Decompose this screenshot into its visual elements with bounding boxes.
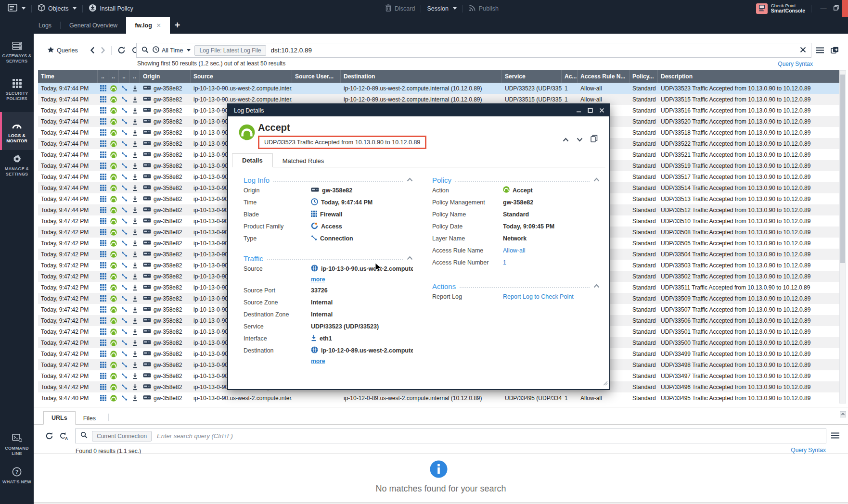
firewall-blade-icon [98,218,108,224]
sidebar-item-gateways-servers[interactable]: GATEWAYS & SERVERS [0,40,34,64]
tab-general-overview[interactable]: General Overview [61,17,126,34]
install-policy-button[interactable]: Install Policy [89,4,133,13]
cell-description: UDP/33517 Traffic Accepted from 10.13.0.… [658,174,839,180]
current-connection-chip[interactable]: Current Connection [92,431,152,441]
col-description[interactable]: Description [658,70,839,83]
query-forward-button[interactable] [98,47,108,54]
report-log-link[interactable]: Report Log to Check Point [503,293,574,300]
dialog-close-button[interactable] [597,106,606,115]
close-button[interactable] [842,0,848,17]
log-file-chip[interactable]: Log File: Latest Log File [194,45,266,56]
collapse-icon[interactable] [593,281,600,290]
pane-scroll-up-icon[interactable] [840,411,846,419]
globe-icon [311,346,318,355]
tab-logs[interactable]: Logs [30,17,60,34]
objects-menu-button[interactable]: Objects [38,4,77,13]
query-input[interactable] [270,46,796,54]
query-syntax-link[interactable]: Query Syntax [778,61,813,67]
urls-search-field[interactable]: Current Connection [75,428,826,443]
auto-refresh-button[interactable]: A [56,432,71,441]
refresh-button[interactable] [115,46,128,54]
resize-grip[interactable] [603,379,608,388]
source-more-link[interactable]: more [311,276,325,283]
app-menu-icon [8,4,17,13]
collapse-icon[interactable] [593,175,600,183]
col-access-rule-name[interactable]: Access Rule N... [578,70,630,83]
clear-query-icon[interactable] [800,47,806,54]
table-row[interactable]: Today, 9:47:40 PM gw-358e82 ip-10-13-0-9… [38,392,839,403]
col-source[interactable]: Source [191,70,292,83]
cell-origin: gw-358e82 [140,107,191,114]
firewall-blade-icon [98,85,108,91]
firewall-blade-icon [98,251,108,257]
access-rule-name-link[interactable]: Allow-all [503,247,526,254]
chevron-down-icon [453,7,457,10]
sidebar-item-command-line[interactable]: COMMAND LINE [0,433,34,456]
sidebar-item-manage-settings[interactable]: MANAGE & SETTINGS [0,153,34,177]
cell-access-rule-number: 1 [562,395,578,402]
interface-direction-icon [129,118,140,125]
col-action[interactable]: .. [108,70,119,83]
access-rule-number-link[interactable]: 1 [503,259,506,266]
new-tab-button[interactable]: + [170,17,185,34]
cell-origin: gw-358e82 [140,174,191,180]
sidebar-item-logs-monitor[interactable]: LOGS & MONITOR [0,112,34,150]
restore-button[interactable] [830,0,842,17]
minimize-button[interactable]: — [817,0,830,17]
collapse-icon[interactable] [407,175,413,183]
publish-button[interactable]: Publish [469,4,499,13]
query-back-button[interactable] [87,47,98,54]
col-interface[interactable]: .. [129,70,140,83]
connection-type-icon [119,140,129,147]
connection-type-icon [119,295,129,302]
col-time[interactable]: Time [38,70,98,83]
connection-type-icon [119,229,129,235]
queries-button[interactable]: Queries [44,46,81,55]
next-log-button[interactable] [577,135,583,144]
query-syntax-link[interactable]: Query Syntax [791,447,826,454]
destination-zone-value: Internal [311,311,333,318]
table-scrollbar[interactable] [839,70,846,403]
dialog-minimize-button[interactable] [574,106,583,115]
discard-button[interactable]: Discard [385,4,415,13]
sidebar-item-security-policies[interactable]: SECURITY POLICIES [0,78,34,101]
collapse-icon[interactable] [407,253,413,262]
urls-search-input[interactable] [156,432,821,440]
dialog-maximize-button[interactable] [585,106,595,115]
interface-direction-icon [129,284,140,291]
dialog-titlebar[interactable]: Log Details [228,104,609,116]
tab-files[interactable]: Files [76,412,103,425]
col-policy[interactable]: Policy... [630,70,658,83]
session-menu-button[interactable]: Session [427,5,456,12]
scrollbar-thumb[interactable] [840,75,845,263]
accept-action-icon [108,151,119,158]
col-type[interactable]: .. [119,70,129,83]
copy-log-button[interactable] [591,135,598,144]
tab-fwlog[interactable]: fw.log✕ [126,17,170,34]
col-blade[interactable]: .. [98,70,108,83]
tab-details[interactable]: Details [232,153,273,167]
col-destination[interactable]: Destination [341,70,502,83]
col-access-rule-number[interactable]: Ac... [562,70,578,83]
tab-matched-rules[interactable]: Matched Rules [273,154,334,167]
sidebar-item-whats-new[interactable]: ? WHAT'S NEW [0,466,34,485]
export-button[interactable] [831,47,839,54]
interface-direction-icon [129,85,140,92]
accept-action-icon [108,229,119,236]
close-tab-icon[interactable]: ✕ [156,22,161,29]
firewall-blade-icon [98,295,108,302]
tab-urls[interactable]: URLs [43,411,76,425]
previous-log-button[interactable] [563,135,569,144]
time-filter-dropdown[interactable]: All Time [153,46,191,54]
col-source-user[interactable]: Source User... [292,70,341,83]
col-origin[interactable]: Origin [140,70,191,83]
refresh-button[interactable] [42,432,56,440]
log-search-field[interactable]: All Time Log File: Latest Log File [136,43,811,58]
destination-more-link[interactable]: more [311,358,325,365]
sidebar: GATEWAYS & SERVERS SECURITY POLICIES LOG… [0,34,34,504]
table-row[interactable]: Today, 9:47:44 PM gw-358e82 ip-10-13-0-9… [38,83,839,94]
results-menu-button[interactable] [816,47,824,53]
urls-menu-button[interactable] [831,432,839,441]
app-menu-button[interactable] [8,4,26,13]
col-service[interactable]: Service [502,70,562,83]
